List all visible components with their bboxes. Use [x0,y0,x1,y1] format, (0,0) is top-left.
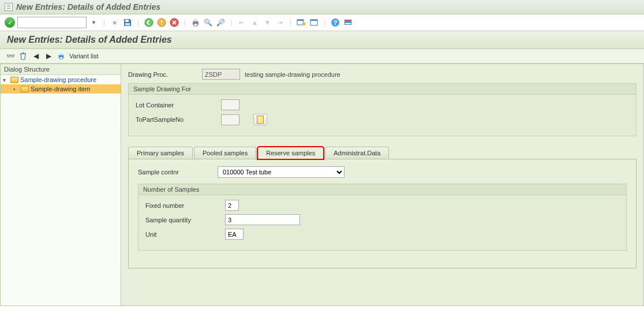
main-toolbar: ✓ ▼ | « | | 🔍 🔎 | ⇤ ▲ ▼ ⇥ | | ? [0,14,644,31]
command-dropdown-icon[interactable]: ▼ [89,20,99,25]
drawing-proc-field [202,69,240,80]
exit-icon[interactable] [156,17,167,28]
sample-qty-label: Sample quantity [145,217,220,223]
fixed-number-field[interactable] [225,200,239,211]
last-page-icon[interactable]: ⇥ [275,17,285,28]
delete-icon[interactable] [18,51,28,61]
page-subtitle-bar: New Entries: Details of Added Entries [0,31,644,49]
help-icon[interactable]: ? [330,17,340,28]
tree-bullet-icon: • [13,86,19,92]
next-page-icon[interactable]: ▼ [262,17,272,28]
topart-row: ToPartSampleNo [136,114,629,125]
fixed-number-label: Fixed number [145,202,220,209]
fixed-number-row: Fixed number [145,200,619,211]
window-title-bar: ☰ New Entries: Details of Added Entries [0,0,644,14]
svg-rect-21 [59,57,62,59]
dialog-structure-header: Dialog Structure [1,64,121,75]
drawing-proc-row: Drawing Proc. testing sample-drawing pro… [128,69,636,80]
layout-icon[interactable] [343,17,353,28]
find-icon[interactable]: 🔍 [203,17,214,28]
prev-page-icon[interactable]: ▲ [249,17,260,28]
group-title: Sample Drawing For [129,84,636,95]
unit-field[interactable] [225,229,244,240]
save-icon[interactable] [122,17,133,28]
tab-pooled-samples[interactable]: Pooled samples [194,147,256,159]
tab-primary-samples[interactable]: Primary samples [128,147,193,159]
svg-rect-12 [310,20,317,21]
new-session-icon[interactable] [296,17,306,28]
sample-qty-field[interactable] [225,214,300,225]
folder-icon [10,77,18,83]
tree-label: Sample-drawing item [31,85,90,92]
svg-rect-6 [194,19,197,21]
back-double-icon[interactable]: « [110,17,120,28]
group-sample-drawing-for: Sample Drawing For Lot Container ToPartS… [128,83,636,136]
svg-rect-7 [194,24,197,26]
document-button[interactable] [253,114,267,125]
shortcut-icon[interactable] [309,17,319,28]
glasses-icon[interactable]: 👓 [6,51,15,61]
svg-text:?: ? [334,19,338,26]
sample-qty-row: Sample quantity [145,214,619,225]
menu-toggle-icon[interactable]: ☰ [5,3,13,11]
tree-item-drawing-item[interactable]: • Sample-drawing item [1,84,121,94]
drawing-proc-label: Drawing Proc. [128,71,197,78]
command-field[interactable] [17,17,87,28]
next-entry-icon[interactable]: ▶ [44,51,53,61]
drawing-proc-desc: testing sample-drawing procedure [245,71,340,78]
group-number-of-samples: Number of Samples Fixed number Sample qu… [138,184,627,251]
cancel-icon[interactable] [169,17,179,28]
svg-rect-0 [125,20,129,22]
window-title: New Entries: Details of Added Entries [16,2,160,12]
lot-container-label: Lot Container [136,102,216,109]
svg-rect-20 [59,53,62,55]
svg-rect-18 [345,22,351,23]
application-toolbar: 👓 ◀ ▶ Variant list [0,49,644,64]
print-small-icon[interactable] [57,51,66,61]
tab-reserve-samples[interactable]: Reserve samples [257,147,324,159]
topart-label: ToPartSampleNo [136,116,216,123]
tab-administrat-data[interactable]: Administrat.Data [325,147,389,159]
print-icon[interactable] [190,17,201,28]
unit-row: Unit [145,229,619,240]
svg-point-2 [145,18,153,27]
back-icon[interactable] [144,17,154,28]
svg-rect-1 [125,23,130,25]
tabstrip: Primary samples Pooled samples Reserve s… [128,147,636,159]
unit-label: Unit [145,231,220,238]
topart-field[interactable] [221,114,239,125]
main-area: Dialog Structure ▾ Sample-drawing proced… [0,64,644,306]
sample-contnr-row: Sample contnr 010000 Test tube [138,166,627,178]
document-icon [257,115,264,124]
sample-contnr-select[interactable]: 010000 Test tube [218,166,345,178]
dialog-structure-panel: Dialog Structure ▾ Sample-drawing proced… [0,64,121,306]
tab-content: Sample contnr 010000 Test tube Number of… [128,159,636,268]
variant-list-button[interactable]: Variant list [69,53,99,59]
ok-enter-icon[interactable]: ✓ [5,17,15,28]
folder-icon [21,86,29,92]
page-subtitle: New Entries: Details of Added Entries [7,35,172,44]
group-title: Number of Samples [138,184,626,195]
content-pane: Drawing Proc. testing sample-drawing pro… [121,64,644,306]
svg-rect-10 [302,23,305,25]
tree-label: Sample-drawing procedure [20,76,96,83]
find-next-icon[interactable]: 🔎 [216,17,226,28]
tree-expand-icon[interactable]: ▾ [3,77,9,83]
tree-item-procedure[interactable]: ▾ Sample-drawing procedure [1,75,121,84]
first-page-icon[interactable]: ⇤ [237,17,247,28]
svg-rect-17 [345,20,351,22]
svg-rect-9 [297,20,304,21]
prev-entry-icon[interactable]: ◀ [31,51,40,61]
lot-container-row: Lot Container [136,99,629,110]
sample-contnr-label: Sample contnr [138,169,213,176]
lot-container-field[interactable] [221,99,239,110]
